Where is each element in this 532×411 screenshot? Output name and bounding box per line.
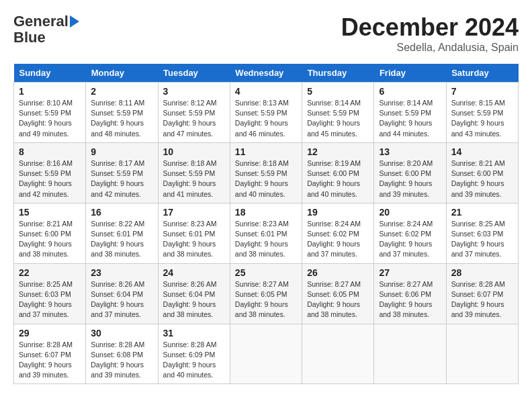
- day-info: Sunrise: 8:26 AMSunset: 6:04 PMDaylight:…: [163, 279, 225, 320]
- month-title: December 2024: [341, 13, 519, 42]
- day-info: Sunrise: 8:28 AMSunset: 6:09 PMDaylight:…: [163, 340, 225, 381]
- day-number: 26: [307, 267, 369, 278]
- day-info: Sunrise: 8:23 AMSunset: 6:01 PMDaylight:…: [163, 219, 225, 260]
- day-number: 29: [19, 328, 81, 338]
- calendar-cell: 4Sunrise: 8:13 AMSunset: 5:59 PMDaylight…: [230, 83, 302, 143]
- day-number: 24: [163, 267, 225, 278]
- day-info: Sunrise: 8:27 AMSunset: 6:05 PMDaylight:…: [307, 279, 369, 320]
- calendar-cell: 26Sunrise: 8:27 AMSunset: 6:05 PMDayligh…: [302, 263, 374, 324]
- day-info: Sunrise: 8:28 AMSunset: 6:07 PMDaylight:…: [451, 279, 513, 320]
- day-info: Sunrise: 8:28 AMSunset: 6:08 PMDaylight:…: [91, 340, 152, 381]
- day-number: 3: [163, 86, 225, 97]
- calendar-cell: 21Sunrise: 8:25 AMSunset: 6:03 PMDayligh…: [446, 203, 518, 263]
- logo: General Blue: [13, 13, 79, 46]
- header-cell-monday: Monday: [86, 64, 158, 83]
- day-number: 12: [307, 146, 369, 157]
- day-number: 13: [379, 146, 441, 157]
- day-info: Sunrise: 8:28 AMSunset: 6:07 PMDaylight:…: [19, 340, 81, 381]
- day-info: Sunrise: 8:25 AMSunset: 6:03 PMDaylight:…: [19, 279, 81, 320]
- header-cell-friday: Friday: [374, 64, 446, 83]
- day-info: Sunrise: 8:19 AMSunset: 6:00 PMDaylight:…: [307, 158, 369, 199]
- day-info: Sunrise: 8:27 AMSunset: 6:06 PMDaylight:…: [379, 279, 441, 320]
- calendar-cell: 2Sunrise: 8:11 AMSunset: 5:59 PMDaylight…: [86, 83, 158, 143]
- day-number: 28: [451, 267, 513, 278]
- title-section: December 2024 Sedella, Andalusia, Spain: [341, 13, 519, 54]
- header-cell-sunday: Sunday: [14, 64, 86, 83]
- logo-text-blue: Blue: [13, 30, 46, 46]
- calendar-cell: 15Sunrise: 8:21 AMSunset: 6:00 PMDayligh…: [14, 203, 86, 263]
- header: General Blue December 2024 Sedella, Anda…: [13, 13, 519, 54]
- day-number: 9: [91, 146, 152, 157]
- header-cell-wednesday: Wednesday: [230, 64, 302, 83]
- day-number: 5: [307, 86, 369, 97]
- day-info: Sunrise: 8:11 AMSunset: 5:59 PMDaylight:…: [91, 98, 152, 139]
- calendar-cell: [302, 324, 374, 384]
- day-info: Sunrise: 8:20 AMSunset: 6:00 PMDaylight:…: [379, 158, 441, 199]
- day-number: 22: [19, 267, 81, 278]
- calendar-cell: [374, 324, 446, 384]
- day-number: 14: [451, 146, 513, 157]
- header-row: SundayMondayTuesdayWednesdayThursdayFrid…: [14, 64, 519, 83]
- calendar-cell: 13Sunrise: 8:20 AMSunset: 6:00 PMDayligh…: [374, 142, 446, 203]
- day-info: Sunrise: 8:25 AMSunset: 6:03 PMDaylight:…: [451, 219, 513, 260]
- week-row-5: 29Sunrise: 8:28 AMSunset: 6:07 PMDayligh…: [14, 324, 519, 384]
- day-number: 15: [19, 207, 81, 218]
- day-info: Sunrise: 8:14 AMSunset: 5:59 PMDaylight:…: [379, 98, 441, 139]
- calendar-cell: 19Sunrise: 8:24 AMSunset: 6:02 PMDayligh…: [302, 203, 374, 263]
- calendar-cell: 25Sunrise: 8:27 AMSunset: 6:05 PMDayligh…: [230, 263, 302, 324]
- day-number: 25: [235, 267, 297, 278]
- day-number: 2: [91, 86, 152, 97]
- day-info: Sunrise: 8:21 AMSunset: 6:00 PMDaylight:…: [451, 158, 513, 199]
- calendar-cell: 10Sunrise: 8:18 AMSunset: 5:59 PMDayligh…: [158, 142, 230, 203]
- calendar-cell: 17Sunrise: 8:23 AMSunset: 6:01 PMDayligh…: [158, 203, 230, 263]
- week-row-2: 8Sunrise: 8:16 AMSunset: 5:59 PMDaylight…: [14, 142, 519, 203]
- day-number: 19: [307, 207, 369, 218]
- location-subtitle: Sedella, Andalusia, Spain: [341, 42, 519, 54]
- day-info: Sunrise: 8:26 AMSunset: 6:04 PMDaylight:…: [91, 279, 152, 320]
- day-number: 20: [379, 207, 441, 218]
- day-number: 1: [19, 86, 81, 97]
- calendar-cell: 29Sunrise: 8:28 AMSunset: 6:07 PMDayligh…: [14, 324, 86, 384]
- calendar-cell: 30Sunrise: 8:28 AMSunset: 6:08 PMDayligh…: [86, 324, 158, 384]
- calendar-cell: 1Sunrise: 8:10 AMSunset: 5:59 PMDaylight…: [14, 83, 86, 143]
- calendar-cell: 20Sunrise: 8:24 AMSunset: 6:02 PMDayligh…: [374, 203, 446, 263]
- logo-text-general: General: [13, 13, 69, 30]
- day-info: Sunrise: 8:18 AMSunset: 5:59 PMDaylight:…: [235, 158, 297, 199]
- day-info: Sunrise: 8:18 AMSunset: 5:59 PMDaylight:…: [163, 158, 225, 199]
- week-row-4: 22Sunrise: 8:25 AMSunset: 6:03 PMDayligh…: [14, 263, 519, 324]
- header-cell-thursday: Thursday: [302, 64, 374, 83]
- day-info: Sunrise: 8:16 AMSunset: 5:59 PMDaylight:…: [19, 158, 81, 199]
- day-number: 17: [163, 207, 225, 218]
- day-info: Sunrise: 8:13 AMSunset: 5:59 PMDaylight:…: [235, 98, 297, 139]
- day-info: Sunrise: 8:22 AMSunset: 6:01 PMDaylight:…: [91, 219, 152, 260]
- calendar-cell: 12Sunrise: 8:19 AMSunset: 6:00 PMDayligh…: [302, 142, 374, 203]
- calendar-table: SundayMondayTuesdayWednesdayThursdayFrid…: [13, 64, 519, 384]
- header-cell-tuesday: Tuesday: [158, 64, 230, 83]
- day-info: Sunrise: 8:17 AMSunset: 5:59 PMDaylight:…: [91, 158, 152, 199]
- logo-arrow-icon: [70, 15, 79, 28]
- day-info: Sunrise: 8:23 AMSunset: 6:01 PMDaylight:…: [235, 219, 297, 260]
- day-number: 11: [235, 146, 297, 157]
- day-number: 30: [91, 328, 152, 338]
- day-number: 8: [19, 146, 81, 157]
- day-number: 23: [91, 267, 152, 278]
- calendar-cell: [230, 324, 302, 384]
- calendar-cell: 3Sunrise: 8:12 AMSunset: 5:59 PMDaylight…: [158, 83, 230, 143]
- calendar-cell: 8Sunrise: 8:16 AMSunset: 5:59 PMDaylight…: [14, 142, 86, 203]
- day-info: Sunrise: 8:15 AMSunset: 5:59 PMDaylight:…: [451, 98, 513, 139]
- calendar-cell: 5Sunrise: 8:14 AMSunset: 5:59 PMDaylight…: [302, 83, 374, 143]
- calendar-cell: 9Sunrise: 8:17 AMSunset: 5:59 PMDaylight…: [86, 142, 158, 203]
- calendar-cell: 27Sunrise: 8:27 AMSunset: 6:06 PMDayligh…: [374, 263, 446, 324]
- calendar-cell: 23Sunrise: 8:26 AMSunset: 6:04 PMDayligh…: [86, 263, 158, 324]
- day-info: Sunrise: 8:14 AMSunset: 5:59 PMDaylight:…: [307, 98, 369, 139]
- calendar-cell: 31Sunrise: 8:28 AMSunset: 6:09 PMDayligh…: [158, 324, 230, 384]
- calendar-cell: [446, 324, 518, 384]
- day-info: Sunrise: 8:12 AMSunset: 5:59 PMDaylight:…: [163, 98, 225, 139]
- week-row-3: 15Sunrise: 8:21 AMSunset: 6:00 PMDayligh…: [14, 203, 519, 263]
- day-info: Sunrise: 8:10 AMSunset: 5:59 PMDaylight:…: [19, 98, 81, 139]
- calendar-cell: 28Sunrise: 8:28 AMSunset: 6:07 PMDayligh…: [446, 263, 518, 324]
- week-row-1: 1Sunrise: 8:10 AMSunset: 5:59 PMDaylight…: [14, 83, 519, 143]
- day-number: 18: [235, 207, 297, 218]
- calendar-cell: 7Sunrise: 8:15 AMSunset: 5:59 PMDaylight…: [446, 83, 518, 143]
- day-number: 6: [379, 86, 441, 97]
